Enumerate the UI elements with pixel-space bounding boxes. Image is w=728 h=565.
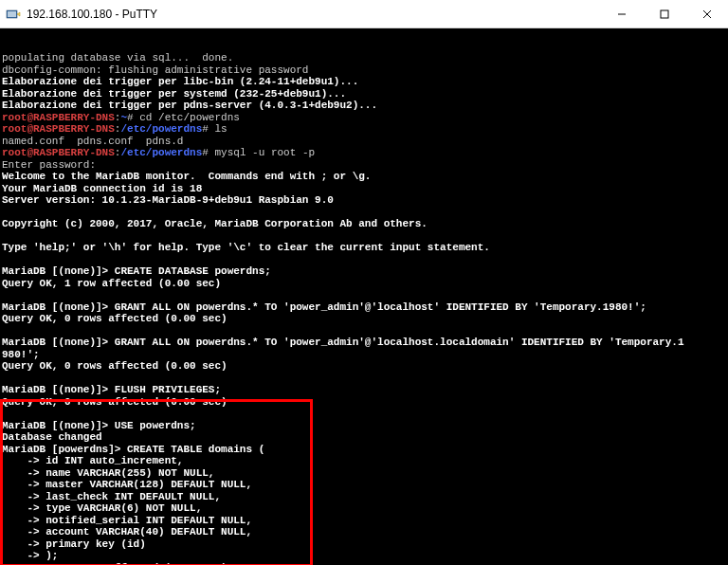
terminal-line: Query OK, 0 rows affected (0.00 sec) (2, 396, 726, 409)
terminal-line: -> ); (2, 550, 726, 562)
terminal-line: Copyright (c) 2000, 2017, Oracle, MariaD… (2, 218, 726, 230)
terminal-line: root@RASPBERRY-DNS:/etc/powerdns# ls (2, 123, 726, 136)
terminal-line: Elaborazione dei trigger per pdns-server… (2, 100, 726, 112)
terminal-line (2, 289, 726, 301)
terminal-line (2, 325, 726, 337)
terminal-line: root@RASPBERRY-DNS:/etc/powerdns# mysql … (2, 147, 726, 159)
terminal-line: -> last_check INT DEFAULT NULL, (2, 491, 726, 503)
window-controls (600, 0, 728, 27)
terminal-line: MariaDB [(none)]> CREATE DATABASE powerd… (2, 265, 726, 278)
window-title: 192.168.100.180 - PuTTY (27, 8, 600, 21)
terminal-line: dbconfig-common: flushing administrative… (2, 64, 726, 77)
terminal-line: MariaDB [(none)]> USE powerdns; (2, 420, 726, 432)
terminal-line (2, 408, 726, 420)
terminal-line: MariaDB [(none)]> GRANT ALL ON powerdns.… (2, 337, 726, 349)
terminal-line: -> name VARCHAR(255) NOT NULL, (2, 467, 726, 480)
terminal-line: Database changed (2, 431, 726, 444)
terminal-line: Query OK, 0 rows affected (0.00 sec) (2, 360, 726, 373)
terminal-line: Enter password: (2, 159, 726, 172)
terminal-line (2, 373, 726, 385)
terminal-line: populating database via sql... done. (2, 52, 726, 64)
terminal-line: -> notified_serial INT DEFAULT NULL, (2, 515, 726, 527)
terminal-line: Elaborazione dei trigger per systemd (23… (2, 88, 726, 100)
close-button[interactable] (685, 0, 728, 27)
terminal-line: Elaborazione dei trigger per libc-bin (2… (2, 76, 726, 88)
terminal-line (2, 207, 726, 219)
terminal-line: 980!'; (2, 349, 726, 361)
terminal-line: -> type VARCHAR(6) NOT NULL, (2, 502, 726, 515)
terminal-line: Your MariaDB connection id is 18 (2, 183, 726, 195)
terminal-line: MariaDB [(none)]> GRANT ALL ON powerdns.… (2, 301, 726, 314)
minimize-button[interactable] (600, 0, 643, 27)
terminal-line: MariaDB [(none)]> FLUSH PRIVILEGES; (2, 384, 726, 396)
terminal-line (2, 230, 726, 243)
terminal-line: -> master VARCHAR(128) DEFAULT NULL, (2, 479, 726, 491)
window-titlebar: 192.168.100.180 - PuTTY (0, 0, 728, 28)
terminal-line: -> account VARCHAR(40) DEFAULT NULL, (2, 526, 726, 538)
terminal-area[interactable]: populating database via sql... done.dbco… (0, 28, 728, 565)
svg-rect-3 (661, 10, 668, 18)
terminal-line: Query OK, 1 row affected (0.00 sec) (2, 278, 726, 290)
terminal-line: named.conf pdns.conf pdns.d (2, 136, 726, 148)
terminal-line (2, 254, 726, 266)
terminal-line: -> primary key (id) (2, 538, 726, 551)
terminal-line: MariaDB [powerdns]> CREATE TABLE domains… (2, 444, 726, 456)
maximize-button[interactable] (643, 0, 685, 27)
putty-icon (6, 7, 21, 22)
terminal-line: -> id INT auto_increment, (2, 455, 726, 467)
terminal-line: Type 'help;' or '\h' for help. Type '\c'… (2, 242, 726, 254)
terminal-line: Query OK, 0 rows affected (0.05 sec) (2, 562, 726, 566)
terminal-line: root@RASPBERRY-DNS:~# cd /etc/powerdns (2, 112, 726, 124)
terminal-line: Query OK, 0 rows affected (0.00 sec) (2, 313, 726, 325)
svg-rect-1 (8, 11, 16, 17)
terminal-line: Server version: 10.1.23-MariaDB-9+deb9u1… (2, 194, 726, 207)
terminal-line: Welcome to the MariaDB monitor. Commands… (2, 171, 726, 183)
